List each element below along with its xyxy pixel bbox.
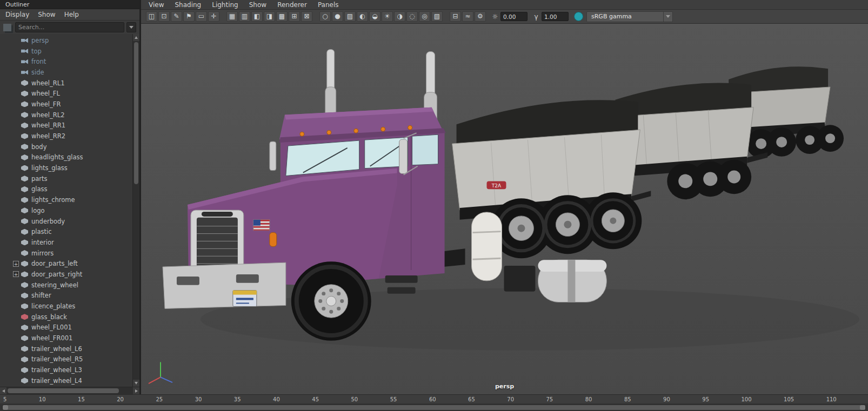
viewport-menu-item[interactable]: Lighting <box>212 1 238 9</box>
horizontal-scrollbar[interactable] <box>0 387 139 394</box>
gear-icon[interactable]: ⚙ <box>475 11 486 22</box>
outliner-menu-item[interactable]: Help <box>64 11 79 18</box>
colorspace-dropdown[interactable]: sRGB gamma <box>586 11 673 22</box>
outliner-item[interactable]: + parts <box>0 173 132 184</box>
camera-attributes-icon[interactable]: ✎ <box>171 11 182 22</box>
hscroll-thumb[interactable] <box>8 388 119 393</box>
outliner-item[interactable]: + wheel_RL2 <box>0 110 132 120</box>
range-handle-left[interactable] <box>3 405 8 410</box>
outliner-item[interactable]: + trailer_wheel_R5 <box>0 354 132 365</box>
shadows-icon[interactable]: ◑ <box>394 11 405 22</box>
viewport-canvas[interactable]: T2A <box>141 24 868 394</box>
outliner-item[interactable]: + headlights_glass <box>0 152 132 163</box>
outliner-item[interactable]: + top <box>0 46 132 57</box>
outliner-item[interactable]: + interior <box>0 237 132 248</box>
node-label: body <box>31 143 46 151</box>
outliner-item[interactable]: + lights_chrome <box>0 194 132 205</box>
xray-icon[interactable]: ◒ <box>369 11 380 22</box>
outliner-item[interactable]: + wheel_RR2 <box>0 131 132 142</box>
outliner-item[interactable]: + mirrors <box>0 248 132 259</box>
outliner-item[interactable]: + persp <box>0 35 132 46</box>
outliner-item[interactable]: + wheel_FR <box>0 99 132 110</box>
outliner-item[interactable]: + wheel_RR1 <box>0 120 132 131</box>
color-management-icon[interactable] <box>574 12 583 21</box>
pan-zoom-icon[interactable]: ✛ <box>208 11 219 22</box>
vscroll-thumb[interactable] <box>134 42 138 184</box>
search-filter-dropdown[interactable] <box>126 22 136 32</box>
outliner-item[interactable]: + body <box>0 142 132 152</box>
time-tick-label: 50 <box>351 396 358 402</box>
outliner-item[interactable]: + wheel_FL001 <box>0 322 132 333</box>
viewport-menu-item[interactable]: Shading <box>175 1 201 9</box>
scroll-right-icon[interactable] <box>133 387 139 394</box>
lighting-icon[interactable]: ☀ <box>382 11 393 22</box>
resolution-gate-icon[interactable]: ◧ <box>251 11 263 22</box>
shaded-icon[interactable]: ● <box>332 11 343 22</box>
outliner-item[interactable]: + glass <box>0 184 132 195</box>
outliner-item[interactable]: + logo <box>0 205 132 216</box>
outliner-item[interactable]: + licence_plates <box>0 301 132 312</box>
lock-camera-icon[interactable]: ⊡ <box>158 11 170 22</box>
safe-title-icon[interactable]: ⊠ <box>301 11 312 22</box>
select-camera-icon[interactable]: ◫ <box>146 11 157 22</box>
outliner-item[interactable]: + wheel_FR001 <box>0 333 132 343</box>
camera-icon <box>21 48 28 54</box>
outliner-item[interactable]: + door_parts_left <box>0 258 132 269</box>
outliner-item[interactable]: + trailer_wheel_L4 <box>0 375 132 386</box>
outliner-item[interactable]: + steering_wheel <box>0 280 132 291</box>
field-chart-icon[interactable]: ▩ <box>276 11 288 22</box>
time-slider[interactable]: 5 10 15 20 25 30 35 40 45 50 55 60 <box>0 394 868 411</box>
hscroll-track[interactable] <box>6 387 133 394</box>
expand-toggle[interactable]: + <box>13 271 19 277</box>
antialias-icon[interactable]: ▧ <box>431 11 443 22</box>
viewport-menu-item[interactable]: Panels <box>318 1 339 9</box>
scroll-up-icon[interactable] <box>133 34 139 41</box>
scroll-down-icon[interactable] <box>133 380 139 387</box>
time-tick-label: 100 <box>742 396 752 402</box>
range-handle-right[interactable] <box>860 405 865 410</box>
viewport-menu-item[interactable]: View <box>149 1 164 9</box>
gamma-icon[interactable]: γ <box>532 12 540 21</box>
outliner-item[interactable]: + lights_glass <box>0 163 132 173</box>
outliner-item[interactable]: + side <box>0 67 132 78</box>
outliner-item[interactable]: + wheel_RL1 <box>0 78 132 89</box>
motion-blur-icon[interactable]: ◎ <box>419 11 430 22</box>
viewport-menu-item[interactable]: Show <box>249 1 266 9</box>
outliner-menu-item[interactable]: Show <box>38 11 55 18</box>
viewport-menu-item[interactable]: Renderer <box>277 1 307 9</box>
range-track[interactable] <box>2 405 866 410</box>
outliner-item[interactable]: + trailer_wheel_L3 <box>0 365 132 375</box>
gate-mask-icon[interactable]: ◨ <box>264 11 275 22</box>
vscroll-track[interactable] <box>133 41 139 380</box>
textured-icon[interactable]: ▨ <box>344 11 356 22</box>
outliner-item[interactable]: + shifter <box>0 291 132 301</box>
default-material-icon[interactable]: ◐ <box>357 11 368 22</box>
exposure-field[interactable] <box>500 12 528 21</box>
outliner-search-input[interactable] <box>15 22 124 32</box>
outliner-item[interactable]: + front <box>0 56 132 67</box>
outliner-item[interactable]: + underbody <box>0 216 132 227</box>
time-ticks[interactable]: 5 10 15 20 25 30 35 40 45 50 55 60 <box>0 395 868 403</box>
exposure-icon[interactable]: ☼ <box>491 12 499 21</box>
grid-icon[interactable]: ▦ <box>226 11 238 22</box>
safe-action-icon[interactable]: ⊞ <box>289 11 300 22</box>
image-plane-icon[interactable]: ▭ <box>196 11 207 22</box>
outliner-item[interactable]: + wheel_FL <box>0 88 132 99</box>
outliner-item[interactable]: + trailer_wheel_L6 <box>0 343 132 354</box>
range-slider[interactable] <box>0 403 868 411</box>
outliner-menu-item[interactable]: Display <box>5 11 29 18</box>
fog-icon[interactable]: ≈ <box>462 11 473 22</box>
isolate-select-icon[interactable]: ⊟ <box>450 11 461 22</box>
expand-toggle[interactable]: + <box>13 261 19 267</box>
film-gate-icon[interactable]: ▥ <box>239 11 250 22</box>
gamma-field[interactable] <box>542 12 569 21</box>
ao-icon[interactable]: ◌ <box>406 11 418 22</box>
scroll-left-icon[interactable] <box>0 387 6 394</box>
bookmark-icon[interactable]: ⚑ <box>183 11 195 22</box>
wireframe-icon[interactable]: ○ <box>319 11 331 22</box>
outliner-item[interactable]: + glass_black <box>0 312 132 322</box>
outliner-item[interactable]: + door_parts_right <box>0 269 132 280</box>
outliner-item[interactable]: + plastic <box>0 226 132 237</box>
display-filter-icon[interactable] <box>3 24 11 31</box>
vertical-scrollbar[interactable] <box>132 34 139 387</box>
